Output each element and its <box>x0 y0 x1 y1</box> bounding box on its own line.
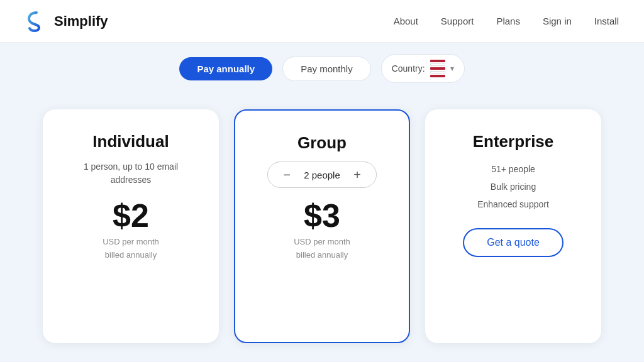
enterprise-card-title: Enterprise <box>473 132 554 151</box>
country-label: Country: <box>392 63 425 74</box>
chevron-down-icon: ▾ <box>450 64 454 73</box>
group-price-sub: USD per monthbilled annually <box>294 236 350 262</box>
people-stepper: − 2 people + <box>267 162 377 188</box>
enterprise-card: Enterprise 51+ people Bulk pricing Enhan… <box>425 109 601 343</box>
group-card-title: Group <box>297 133 347 153</box>
individual-card: Individual 1 person, up to 10 email addr… <box>43 109 219 343</box>
get-quote-button[interactable]: Get a quote <box>463 228 564 257</box>
enterprise-feature-1: 51+ people <box>477 160 549 178</box>
pricing-cards-section: Individual 1 person, up to 10 email addr… <box>0 90 644 362</box>
pay-monthly-button[interactable]: Pay monthly <box>282 57 371 81</box>
logo-icon <box>25 10 48 33</box>
main-content: Pay annually Pay monthly Country: ▾ Indi… <box>0 43 644 362</box>
nav-item-about[interactable]: About <box>394 16 418 27</box>
billing-bar: Pay annually Pay monthly Country: ▾ <box>0 43 644 90</box>
enterprise-features: 51+ people Bulk pricing Enhanced support <box>477 160 549 213</box>
enterprise-feature-2: Bulk pricing <box>477 178 549 195</box>
nav-links: About Support Plans Sign in Install <box>394 16 619 27</box>
logo-area: Simplify <box>25 10 108 33</box>
nav-item-plans[interactable]: Plans <box>496 16 520 27</box>
individual-price: $2 <box>113 199 149 232</box>
flag-icon <box>430 60 445 77</box>
group-price: $3 <box>304 199 340 232</box>
nav-item-install[interactable]: Install <box>594 16 619 27</box>
individual-price-sub: USD per monthbilled annually <box>103 236 159 262</box>
group-card: Group − 2 people + $3 USD per monthbille… <box>234 109 410 343</box>
individual-card-desc: 1 person, up to 10 email addresses <box>63 160 199 187</box>
individual-card-title: Individual <box>92 132 169 151</box>
enterprise-feature-3: Enhanced support <box>477 195 549 213</box>
country-selector[interactable]: Country: ▾ <box>381 54 465 83</box>
people-count: 2 people <box>303 170 341 180</box>
navbar: Simplify About Support Plans Sign in Ins… <box>0 0 644 43</box>
decrement-people-button[interactable]: − <box>279 167 294 182</box>
pay-annually-button[interactable]: Pay annually <box>179 57 272 80</box>
app-name: Simplify <box>54 13 108 30</box>
nav-item-signin[interactable]: Sign in <box>543 16 572 27</box>
nav-item-support[interactable]: Support <box>441 16 474 27</box>
increment-people-button[interactable]: + <box>350 167 365 182</box>
